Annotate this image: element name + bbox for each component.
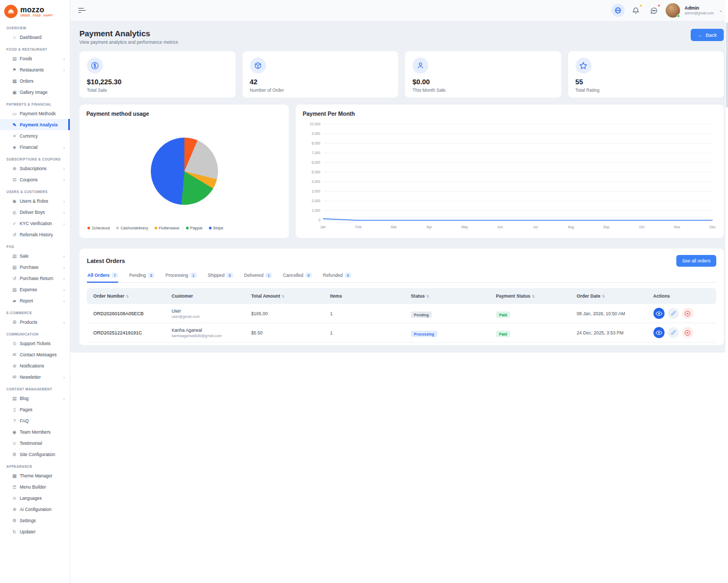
sidebar-item-languages[interactable]: A Languages — [0, 492, 70, 504]
sidebar-item-updater[interactable]: ↻ Updater — [0, 526, 70, 537]
sidebar-item-site-configuration[interactable]: ⚙ Site Configuration — [0, 449, 70, 460]
sidebar-item-label: Site Configuration — [20, 452, 55, 457]
messages-button[interactable] — [648, 4, 661, 17]
page-icon: ▯ — [12, 407, 17, 412]
svg-text:Jan: Jan — [320, 225, 326, 229]
tab-pending[interactable]: Pending 3 — [128, 271, 155, 282]
sidebar-section-overview: OVERVIEW — [0, 21, 70, 31]
sidebar-item-purchase[interactable]: ▧ Purchase ⌄ — [0, 261, 70, 273]
legend-item-flutterwave[interactable]: Flutterwave — [155, 226, 180, 230]
user-meta[interactable]: Admin admin@gmail.com — [685, 5, 714, 15]
sort-icon[interactable]: ⇅ — [282, 294, 285, 298]
cancel-order-button[interactable] — [682, 308, 693, 319]
sidebar-item-settings[interactable]: ⚙ Settings — [0, 515, 70, 526]
sort-icon[interactable]: ⇅ — [126, 294, 129, 298]
sort-icon[interactable]: ⇅ — [602, 294, 605, 298]
sidebar-item-kyc-verification[interactable]: ✓ KYC Verification ⌄ — [0, 218, 70, 229]
sidebar-item-sale[interactable]: ▥ Sale ⌄ — [0, 250, 70, 261]
sidebar-item-team-members[interactable]: ◉ Team Members — [0, 426, 70, 437]
sidebar-item-foods[interactable]: ▤ Foods ⌄ — [0, 53, 70, 64]
sidebar-item-payment-analysis[interactable]: ✎ Payment Analysis — [0, 119, 70, 130]
tab-count-badge: 0 — [305, 273, 312, 278]
legend-dot — [186, 227, 189, 229]
tab-count-badge: 0 — [227, 273, 233, 278]
sidebar-item-newsletter[interactable]: ✉ Newsletter ⌄ — [0, 371, 70, 382]
sidebar-item-testimonial[interactable]: ☺ Testimonial — [0, 437, 70, 449]
sidebar-item-currency[interactable]: ¤ Currency — [0, 130, 70, 141]
sidebar-item-expense[interactable]: ▨ Expense ⌄ — [0, 284, 70, 295]
svg-text:Mar: Mar — [391, 225, 397, 229]
sidebar-item-contact-messages[interactable]: ✉ Contact Messages — [0, 349, 70, 360]
sidebar-item-label: Report — [20, 298, 33, 304]
tab-shipped[interactable]: Shipped 0 — [207, 271, 233, 282]
stat-label: Total Rating — [576, 87, 717, 93]
sidebar-item-faq[interactable]: ? FAQ — [0, 415, 70, 426]
sort-icon[interactable]: ⇅ — [532, 294, 535, 298]
scrollbar-thumb[interactable] — [726, 22, 728, 108]
column-header-payment-status[interactable]: Payment Status⇅ — [496, 293, 577, 299]
legend-item-cashondelivery[interactable]: Cashondelivery — [116, 226, 148, 230]
sidebar-section-users-customers: USERS & CUSTOMERS — [0, 185, 70, 195]
sidebar-item-menu-builder[interactable]: ☰ Menu Builder — [0, 481, 70, 492]
column-header-order-number[interactable]: Order Number⇅ — [93, 293, 172, 299]
svg-text:8,000: 8,000 — [312, 141, 321, 145]
legend-item-stripe[interactable]: Stripe — [209, 226, 224, 230]
sidebar-item-coupons[interactable]: ⊟ Coupons ⌄ — [0, 174, 70, 185]
avatar[interactable] — [666, 3, 680, 18]
sort-icon[interactable]: ⇅ — [426, 294, 430, 298]
notifications-button[interactable] — [629, 4, 643, 17]
sidebar-toggle-button[interactable] — [78, 8, 86, 13]
bell-icon: ⊚ — [12, 363, 17, 369]
sidebar-item-support-tickets[interactable]: ⊙ Support Tickets — [0, 338, 70, 349]
back-button[interactable]: ← Back — [691, 29, 724, 41]
brand-name: mozzo — [20, 6, 53, 13]
sidebar-item-orders[interactable]: ▦ Orders — [0, 75, 70, 86]
vertical-scrollbar[interactable] — [725, 0, 728, 583]
currency-icon: ¤ — [12, 133, 17, 139]
sidebar-item-referrals-history[interactable]: ↺ Referrals History — [0, 229, 70, 240]
see-all-orders-button[interactable]: See all orders — [676, 255, 716, 267]
view-order-button[interactable] — [653, 308, 665, 319]
sidebar-item-pages[interactable]: ▯ Pages — [0, 404, 70, 415]
legend-item-paypal[interactable]: Paypal — [186, 226, 203, 230]
view-order-button[interactable] — [653, 327, 665, 338]
legend-item-2checkout[interactable]: 2checkout — [87, 226, 110, 230]
tab-all-orders[interactable]: All Orders 7 — [87, 271, 118, 282]
sidebar-item-payment-methods[interactable]: ▭ Payment Methods — [0, 108, 70, 119]
edit-order-button[interactable] — [668, 327, 679, 338]
edit-order-button[interactable] — [668, 308, 679, 319]
language-globe-button[interactable] — [611, 4, 625, 17]
profile-chevron-icon[interactable]: ⌄ — [719, 8, 723, 13]
tab-label: Cancelled — [283, 273, 303, 278]
cancel-order-button[interactable] — [682, 327, 693, 338]
tab-processing[interactable]: Processing 1 — [165, 271, 197, 282]
sidebar-item-theme-manager[interactable]: ▩ Theme Manager — [0, 470, 70, 481]
bell-icon — [632, 7, 640, 14]
verify-icon: ✓ — [12, 221, 17, 226]
sidebar-item-subscriptions[interactable]: ⊕ Subscriptions ⌄ — [0, 163, 70, 174]
sidebar-item-blog[interactable]: ▤ Blog ⌄ — [0, 393, 70, 404]
column-header-items: Items — [330, 293, 411, 299]
brand-logo[interactable]: mozzo ORDER . FOOD . HAPPY — [0, 0, 70, 21]
column-header-status[interactable]: Status⇅ — [411, 293, 496, 299]
column-header-order-date[interactable]: Order Date⇅ — [577, 293, 653, 299]
food-cloche-icon — [7, 7, 15, 15]
svg-text:Sep: Sep — [603, 225, 610, 229]
sidebar-item-deliver-boys[interactable]: ◎ Deliver Boys ⌄ — [0, 206, 70, 218]
sidebar-item-notifications[interactable]: ⊚ Notifications — [0, 360, 70, 371]
tab-delivered[interactable]: Delivered 1 — [244, 271, 272, 282]
tab-refunded[interactable]: Refunded 0 — [322, 271, 352, 282]
sidebar-item-purchase-return[interactable]: ↺ Purchase Return ⌄ — [0, 273, 70, 284]
sidebar-item-restaurants[interactable]: ⚑ Restaurants ⌄ — [0, 64, 70, 75]
sidebar-item-users-roles[interactable]: ◉ Users & Roles ⌄ — [0, 195, 70, 206]
tab-cancelled[interactable]: Cancelled 0 — [282, 271, 312, 282]
sidebar-item-gallery-image[interactable]: ▣ Gallery Image — [0, 86, 70, 98]
sidebar-item-ai-configuration[interactable]: ⊛ Ai Configuration — [0, 504, 70, 515]
sidebar-item-dashboard[interactable]: ⌂ Dashboard — [0, 31, 70, 43]
chevron-down-icon: ⌄ — [62, 276, 66, 281]
sidebar-item-products[interactable]: ⊞ Products ⌄ — [0, 316, 70, 328]
row-actions — [653, 308, 710, 319]
sidebar-item-report[interactable]: ▰ Report ⌄ — [0, 295, 70, 306]
sidebar-item-financial[interactable]: ◈ Financial ⌄ — [0, 141, 70, 153]
column-header-total-amount[interactable]: Total Amount⇅ — [251, 293, 330, 299]
